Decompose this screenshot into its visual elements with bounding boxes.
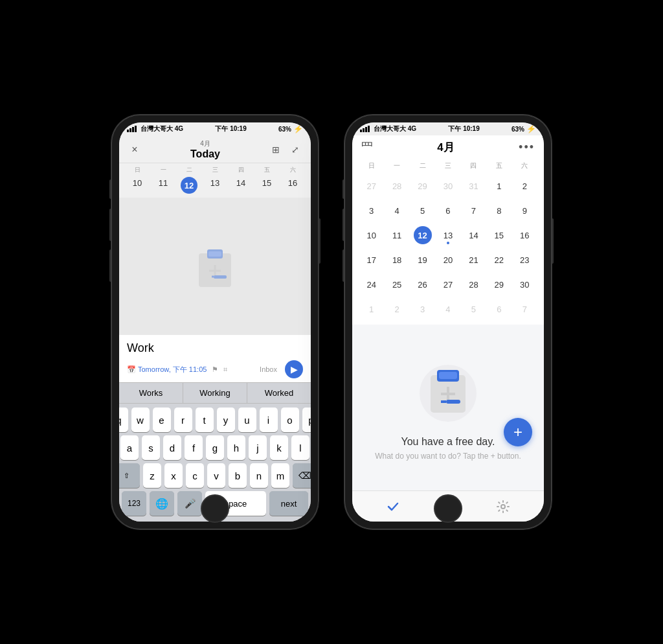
task-date-chip[interactable]: 📅 Tomorrow, 下午 11:05 — [127, 365, 207, 374]
key-i[interactable]: i — [260, 408, 278, 432]
key-b[interactable]: b — [229, 463, 247, 488]
key-o[interactable]: o — [281, 408, 299, 432]
more-options-button[interactable]: ••• — [519, 141, 535, 154]
cal-cell[interactable]: 18 — [384, 248, 409, 271]
cal-cell[interactable]: 6 — [486, 297, 511, 321]
cal-cell[interactable]: 19 — [410, 248, 435, 271]
cal-cell[interactable]: 6 — [435, 199, 460, 222]
key-m[interactable]: m — [271, 463, 289, 488]
send-button[interactable]: ▶ — [285, 360, 303, 378]
cal-cell[interactable]: 25 — [384, 273, 409, 296]
key-v[interactable]: v — [207, 463, 225, 488]
task-input-area[interactable]: Work 📅 Tomorrow, 下午 11:05 ⚑ ⌗ Inbox ▶ — [119, 335, 311, 382]
cal-cell[interactable]: 26 — [410, 273, 435, 296]
cal-cell[interactable]: 11 — [384, 224, 409, 247]
tab-tasks[interactable] — [380, 494, 406, 520]
key-j[interactable]: j — [249, 435, 267, 460]
cal-cell[interactable]: 8 — [486, 199, 511, 222]
cal-cell[interactable]: 31 — [461, 174, 486, 198]
key-k[interactable]: k — [270, 435, 288, 460]
key-z[interactable]: z — [143, 463, 161, 488]
cal-cell[interactable]: 13 — [435, 224, 460, 247]
flag-icon[interactable]: ⚑ — [212, 365, 218, 374]
cal-cell[interactable]: 14 — [461, 224, 486, 247]
cal-cell[interactable]: 10 — [359, 224, 384, 247]
key-e[interactable]: e — [153, 408, 171, 432]
key-r[interactable]: r — [174, 408, 192, 432]
key-f[interactable]: f — [185, 435, 203, 460]
globe-key[interactable]: 🌐 — [150, 491, 174, 516]
cal-cell[interactable]: 27 — [359, 174, 384, 198]
key-y[interactable]: y — [217, 408, 235, 432]
cal-cell[interactable]: 3 — [410, 297, 435, 321]
key-c[interactable]: c — [186, 463, 204, 488]
cal-cell[interactable]: 30 — [512, 273, 537, 296]
grid-icon[interactable]: ⊞ — [268, 142, 284, 157]
filter-icon[interactable]: 罒 — [361, 139, 373, 155]
cal-cell[interactable]: 1 — [486, 174, 511, 198]
cal-cell[interactable]: 27 — [435, 273, 460, 296]
tag-icon[interactable]: ⌗ — [223, 365, 227, 374]
clipboard-area-1 — [119, 198, 311, 335]
cal-cell[interactable]: 9 — [512, 199, 537, 222]
mic-key[interactable]: 🎤 — [177, 491, 202, 516]
key-a[interactable]: a — [120, 435, 139, 460]
cal-cell[interactable]: 30 — [435, 174, 460, 198]
next-key[interactable]: next — [269, 491, 308, 516]
autocomplete-working[interactable]: Working — [183, 383, 247, 403]
cal-cell[interactable]: 17 — [359, 248, 384, 271]
key-t[interactable]: t — [196, 408, 214, 432]
cal-cell[interactable]: 28 — [461, 273, 486, 296]
key-p[interactable]: p — [302, 408, 311, 432]
home-button-1[interactable] — [201, 494, 229, 523]
cal-cell[interactable]: 4 — [384, 199, 409, 222]
fab-button[interactable]: + — [504, 418, 532, 446]
key-s[interactable]: s — [142, 435, 160, 460]
home-button-2[interactable] — [434, 494, 462, 523]
key-h[interactable]: h — [227, 435, 245, 460]
cal-cell[interactable]: 5 — [461, 297, 486, 321]
cal-cell[interactable]: 15 — [486, 224, 511, 247]
task-input-value[interactable]: Work — [127, 341, 303, 355]
cal-cell[interactable]: 5 — [410, 199, 435, 222]
cal-cell[interactable]: 20 — [435, 248, 460, 271]
key-g[interactable]: g — [206, 435, 224, 460]
key-d[interactable]: d — [163, 435, 181, 460]
cal-cell[interactable]: 7 — [512, 297, 537, 321]
key-u[interactable]: u — [238, 408, 256, 432]
cal-cell[interactable]: 16 — [512, 224, 537, 247]
key-x[interactable]: x — [164, 463, 183, 488]
keyboard-row-2: a s d f g h j k l — [122, 435, 308, 460]
close-button[interactable]: × — [127, 142, 142, 157]
autocomplete-works[interactable]: Works — [119, 383, 183, 403]
cal-cell-today[interactable]: 12 — [410, 224, 435, 247]
expand-icon[interactable]: ⤢ — [287, 142, 303, 157]
header-month-2: 4月 — [437, 140, 454, 155]
tab-settings[interactable] — [490, 494, 516, 520]
key-n[interactable]: n — [250, 463, 268, 488]
cal-cell[interactable]: 29 — [486, 273, 511, 296]
cal-cell[interactable]: 2 — [512, 174, 537, 198]
shift-key[interactable]: ⇧ — [119, 463, 140, 488]
calendar-full[interactable]: 日 一 二 三 四 五 六 27 28 29 30 31 1 2 — [352, 157, 544, 325]
cal-cell[interactable]: 2 — [384, 297, 409, 321]
cal-cell[interactable]: 4 — [435, 297, 460, 321]
status-bar-1: 台灣大哥大 4G 下午 10:19 63% ⚡ — [119, 122, 311, 135]
cal-cell[interactable]: 29 — [410, 174, 435, 198]
key-l[interactable]: l — [291, 435, 309, 460]
key-q[interactable]: q — [119, 408, 128, 432]
cal-cell[interactable]: 3 — [359, 199, 384, 222]
cal-cell[interactable]: 28 — [384, 174, 409, 198]
cal-cell[interactable]: 21 — [461, 248, 486, 271]
autocomplete-worked[interactable]: Worked — [247, 383, 311, 403]
cal-cell[interactable]: 7 — [461, 199, 486, 222]
cal-cell[interactable]: 1 — [359, 297, 384, 321]
cal-cell[interactable]: 22 — [486, 248, 511, 271]
cal-cell[interactable]: 24 — [359, 273, 384, 296]
status-left-1: 台灣大哥大 4G — [127, 124, 183, 133]
header-title-area: 4月 Today — [190, 139, 220, 160]
key-w[interactable]: w — [131, 408, 150, 432]
num-key[interactable]: 123 — [122, 491, 146, 516]
cal-cell[interactable]: 23 — [512, 248, 537, 271]
delete-key[interactable]: ⌫ — [293, 463, 311, 488]
